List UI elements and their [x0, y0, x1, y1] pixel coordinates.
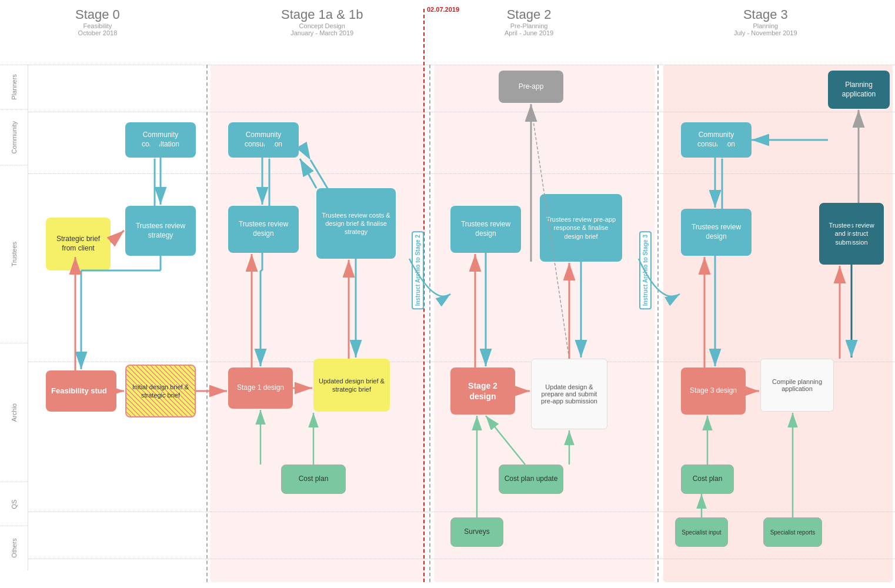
divider-archio-qs: [28, 512, 895, 512]
stage3-title: Stage 3: [734, 7, 797, 22]
trustees-review-strategy-box: Trustees review strategy: [125, 206, 196, 256]
update-design-box: Update design & prepare and submit pre-a…: [531, 359, 607, 429]
initial-design-brief-box: Initial design brief & strategic brief: [125, 365, 196, 417]
community-consultation-0-box: Community consultation: [125, 122, 196, 158]
feasibility-study-box: Feasibility study: [46, 370, 116, 412]
trustees-review-design-3-box: Trustees review design: [681, 209, 752, 256]
community-consultation-1-box: Community consultation: [228, 122, 299, 158]
instruct-archio-s3-container: Instruct Archio to Stage 3: [637, 206, 653, 335]
stage0-title: Stage 0: [75, 7, 120, 22]
divider-planners-community: [28, 112, 895, 112]
cost-plan-update-box: Cost plan update: [499, 465, 563, 494]
community-consultation-3-box: Community consultation: [681, 122, 752, 158]
trustees-review-design-1-box: Trustees review design: [228, 206, 299, 253]
row-label-archio: Archio: [0, 343, 28, 482]
stage-divider-12: [429, 65, 430, 582]
stage3-subtitle: Planning: [734, 22, 797, 29]
updated-design-brief-box: Updated design brief & strategic brief: [313, 359, 390, 412]
divider-qs-others: [28, 559, 895, 559]
stage2-subtitle: Pre-Planning: [505, 22, 553, 29]
diagram-container: Planners Community Trustees Archio QS Ot…: [0, 0, 895, 588]
stage1-title: Stage 1a & 1b: [281, 7, 363, 22]
stage3-design-box: Stage 3 design: [681, 368, 746, 415]
specialist-reports-box: Specialist reports: [763, 517, 822, 547]
trustees-review-costs-box: Trustees review costs & design brief & f…: [316, 188, 396, 259]
stage2-title: Stage 2: [505, 7, 553, 22]
stage2-dates: April - June 2019: [505, 29, 553, 36]
stage0-subtitle: Feasibility: [75, 22, 120, 29]
trustees-review-design-2-box: Trustees review design: [450, 206, 521, 253]
stage0-dates: October 2018: [75, 29, 120, 36]
cost-plan-1-box: Cost plan: [281, 465, 346, 494]
stage-divider-23: [657, 65, 659, 582]
stage2-design-box: Stage 2 design: [450, 368, 515, 415]
stage0-header: Stage 0 Feasibility October 2018: [75, 7, 120, 36]
strategic-brief-box: Strategic brief from client: [46, 218, 111, 270]
planning-application-box: Planning application: [828, 71, 890, 109]
stage1-design-box: Stage 1 design: [228, 368, 293, 409]
row-label-others: Others: [0, 526, 28, 570]
stage3-header: Stage 3 Planning July - November 2019: [734, 7, 797, 36]
stage1-dates: January - March 2019: [281, 29, 363, 36]
specialist-input-box: Specialist input: [675, 517, 728, 547]
date-label: 02.07.2019: [427, 6, 459, 13]
stage-divider-01: [206, 65, 208, 582]
surveys-box: Surveys: [450, 517, 503, 547]
content-area: Stage 0 Feasibility October 2018 Stage 1…: [28, 0, 895, 588]
stage1-subtitle: Concept Design: [281, 22, 363, 29]
divider-community-trustees: [28, 173, 895, 174]
pre-app-box: Pre-app: [499, 71, 563, 103]
compile-planning-box: Compile planning application: [760, 359, 834, 412]
stage1-header: Stage 1a & 1b Concept Design January - M…: [281, 7, 363, 36]
stage3-dates: July - November 2019: [734, 29, 797, 36]
divider-top: [28, 65, 895, 65]
row-label-qs: QS: [0, 482, 28, 526]
instruct-archio-s3-box: Instruct Archio to Stage 3: [639, 231, 652, 309]
row-label-trustees: Trustees: [0, 165, 28, 342]
stage-band-2: [434, 65, 654, 582]
cost-plan-3-box: Cost plan: [681, 465, 734, 494]
instruct-archio-s2-container: Instruct Archio to Stage 2: [409, 206, 426, 335]
trustees-review-instruct-box: Trustees review and instruct submission: [819, 203, 884, 265]
stage2-header: Stage 2 Pre-Planning April - June 2019: [505, 7, 553, 36]
row-label-community: Community: [0, 109, 28, 165]
row-labels: Planners Community Trustees Archio QS Ot…: [0, 65, 28, 570]
instruct-archio-s2-box: Instruct Archio to Stage 2: [412, 231, 424, 309]
trustees-review-pre-app-box: Trustees review pre-app response & final…: [540, 194, 622, 262]
row-label-planners: Planners: [0, 65, 28, 109]
